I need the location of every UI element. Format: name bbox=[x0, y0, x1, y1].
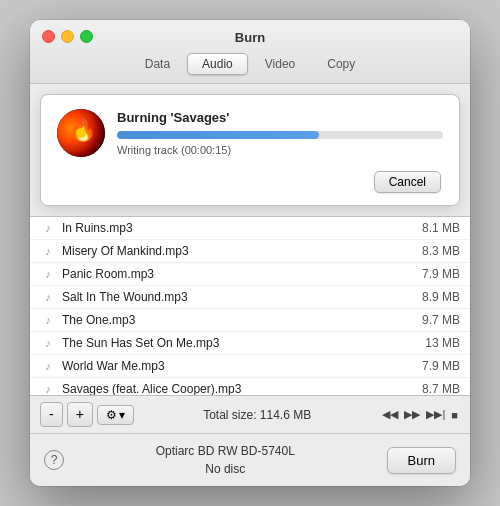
settings-button[interactable]: ⚙ ▾ bbox=[97, 405, 134, 425]
music-icon: ♪ bbox=[40, 381, 56, 396]
maximize-button[interactable] bbox=[80, 30, 93, 43]
add-track-button[interactable]: + bbox=[67, 402, 93, 428]
status-bar: ? Optiarc BD RW BD-5740L No disc Burn bbox=[30, 434, 470, 486]
file-size: 7.9 MB bbox=[422, 359, 460, 373]
file-name: Savages (feat. Alice Cooper).mp3 bbox=[62, 382, 414, 396]
table-row: ♪ Panic Room.mp3 7.9 MB bbox=[30, 263, 470, 286]
progress-info: Burning 'Savages' Writing track (00:00:1… bbox=[117, 110, 443, 156]
table-row: ♪ Salt In The Wound.mp3 8.9 MB bbox=[30, 286, 470, 309]
table-row: ♪ World War Me.mp3 7.9 MB bbox=[30, 355, 470, 378]
help-button[interactable]: ? bbox=[44, 450, 64, 470]
progress-title: Burning 'Savages' bbox=[117, 110, 443, 125]
table-row: ♪ The One.mp3 9.7 MB bbox=[30, 309, 470, 332]
music-icon: ♪ bbox=[40, 266, 56, 282]
file-name: The Sun Has Set On Me.mp3 bbox=[62, 336, 417, 350]
stop-button[interactable]: ■ bbox=[449, 408, 460, 422]
window-controls bbox=[42, 30, 93, 43]
music-icon: ♪ bbox=[40, 220, 56, 236]
window-title: Burn bbox=[42, 30, 458, 45]
file-size: 13 MB bbox=[425, 336, 460, 350]
device-name: Optiarc BD RW BD-5740L bbox=[64, 442, 387, 460]
file-size: 8.9 MB bbox=[422, 290, 460, 304]
device-info: Optiarc BD RW BD-5740L No disc bbox=[64, 442, 387, 478]
burn-button[interactable]: Burn bbox=[387, 447, 456, 474]
playback-controls: ◀◀ ▶▶ ▶▶| ■ bbox=[380, 407, 460, 422]
remove-track-button[interactable]: - bbox=[40, 402, 63, 428]
file-size: 8.3 MB bbox=[422, 244, 460, 258]
close-button[interactable] bbox=[42, 30, 55, 43]
title-bar: Burn Data Audio Video Copy bbox=[30, 20, 470, 84]
table-row: ♪ Savages (feat. Alice Cooper).mp3 8.7 M… bbox=[30, 378, 470, 396]
file-size: 8.1 MB bbox=[422, 221, 460, 235]
table-row: ♪ The Sun Has Set On Me.mp3 13 MB bbox=[30, 332, 470, 355]
progress-status: Writing track (00:00:15) bbox=[117, 144, 443, 156]
file-name: The One.mp3 bbox=[62, 313, 414, 327]
chevron-down-icon: ▾ bbox=[119, 408, 125, 422]
file-size: 8.7 MB bbox=[422, 382, 460, 396]
music-icon: ♪ bbox=[40, 335, 56, 351]
disc-icon: 🔥 bbox=[57, 109, 105, 157]
gear-icon: ⚙ bbox=[106, 408, 117, 422]
tab-data[interactable]: Data bbox=[130, 53, 185, 75]
main-window: Burn Data Audio Video Copy 🔥 Burning 'Sa… bbox=[30, 20, 470, 487]
progress-bar-container bbox=[117, 131, 443, 139]
flame-icon: 🔥 bbox=[69, 117, 96, 143]
disc-icon-inner: 🔥 bbox=[57, 109, 105, 157]
progress-bar-fill bbox=[117, 131, 319, 139]
total-size-label: Total size: 114.6 MB bbox=[138, 408, 377, 422]
fast-forward-button[interactable]: ▶▶ bbox=[402, 407, 422, 422]
toolbar: - + ⚙ ▾ Total size: 114.6 MB ◀◀ ▶▶ ▶▶| ■ bbox=[30, 396, 470, 435]
file-name: Salt In The Wound.mp3 bbox=[62, 290, 414, 304]
file-name: Panic Room.mp3 bbox=[62, 267, 414, 281]
table-row: ♪ Misery Of Mankind.mp3 8.3 MB bbox=[30, 240, 470, 263]
file-list: ♪ In Ruins.mp3 8.1 MB ♪ Misery Of Mankin… bbox=[30, 216, 470, 396]
music-icon: ♪ bbox=[40, 358, 56, 374]
minimize-button[interactable] bbox=[61, 30, 74, 43]
rewind-button[interactable]: ◀◀ bbox=[380, 407, 400, 422]
music-icon: ♪ bbox=[40, 312, 56, 328]
progress-header: 🔥 Burning 'Savages' Writing track (00:00… bbox=[57, 109, 443, 157]
table-row: ♪ In Ruins.mp3 8.1 MB bbox=[30, 217, 470, 240]
device-status: No disc bbox=[64, 460, 387, 478]
file-size: 9.7 MB bbox=[422, 313, 460, 327]
music-icon: ♪ bbox=[40, 289, 56, 305]
tab-copy[interactable]: Copy bbox=[312, 53, 370, 75]
file-name: World War Me.mp3 bbox=[62, 359, 414, 373]
tab-video[interactable]: Video bbox=[250, 53, 310, 75]
music-icon: ♪ bbox=[40, 243, 56, 259]
progress-dialog: 🔥 Burning 'Savages' Writing track (00:00… bbox=[40, 94, 460, 206]
cancel-button[interactable]: Cancel bbox=[374, 171, 441, 193]
file-name: In Ruins.mp3 bbox=[62, 221, 414, 235]
file-size: 7.9 MB bbox=[422, 267, 460, 281]
skip-forward-button[interactable]: ▶▶| bbox=[424, 407, 447, 422]
tab-audio[interactable]: Audio bbox=[187, 53, 248, 75]
file-name: Misery Of Mankind.mp3 bbox=[62, 244, 414, 258]
tab-bar: Data Audio Video Copy bbox=[42, 53, 458, 83]
cancel-row: Cancel bbox=[57, 167, 443, 193]
